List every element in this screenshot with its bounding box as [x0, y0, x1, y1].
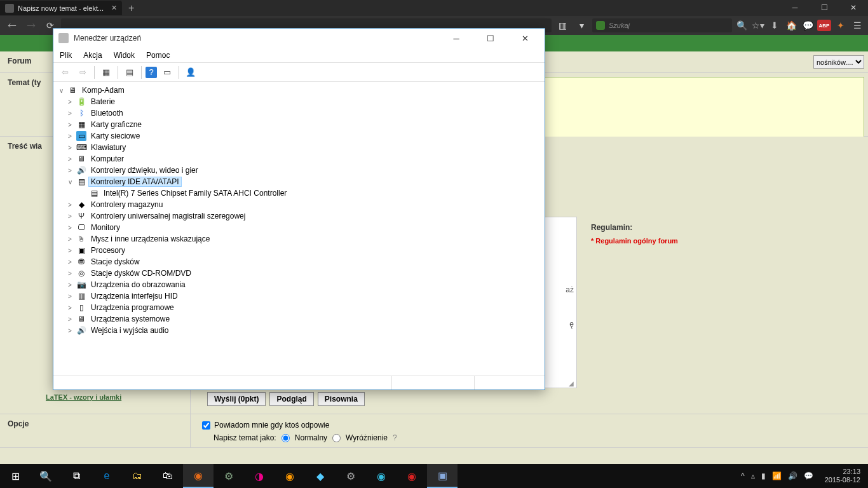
- latex-link[interactable]: LaTEX - wzory i ułamki: [8, 393, 182, 401]
- task-app1[interactable]: ◑: [244, 464, 275, 488]
- tb-view-icon[interactable]: ▦: [98, 65, 114, 80]
- chevron-icon[interactable]: >: [66, 270, 74, 277]
- devmgr-minimize[interactable]: ─: [442, 29, 471, 47]
- tray-wifi-icon[interactable]: 📶: [772, 471, 782, 480]
- addon-icon[interactable]: ✦: [834, 18, 848, 32]
- chevron-icon[interactable]: >: [66, 304, 74, 311]
- task-edge[interactable]: e: [92, 464, 122, 488]
- win-minimize[interactable]: ─: [780, 0, 810, 15]
- search-bar[interactable]: Szukaj: [592, 18, 732, 32]
- tree-item[interactable]: Komputer: [89, 154, 126, 163]
- tree-item[interactable]: Karty graficzne: [89, 120, 144, 129]
- task-store[interactable]: 🛍: [153, 464, 183, 488]
- dropdown-icon[interactable]: ▾: [573, 18, 590, 32]
- tree-item[interactable]: Kontrolery IDE ATA/ATAPI: [89, 177, 181, 186]
- tree-item[interactable]: Wejścia i wyjścia audio: [89, 326, 171, 335]
- chevron-down-icon[interactable]: ∨: [57, 87, 65, 94]
- task-view[interactable]: ⧉: [61, 464, 92, 488]
- tree-item[interactable]: Klawiatury: [89, 143, 128, 152]
- chevron-icon[interactable]: >: [66, 281, 74, 288]
- tree-item[interactable]: Urządzenia do obrazowania: [89, 280, 187, 289]
- preview-button[interactable]: Podgląd: [269, 392, 313, 406]
- tray-network-icon[interactable]: ▵: [751, 471, 755, 480]
- chevron-icon[interactable]: >: [66, 236, 74, 243]
- tree-item[interactable]: Kontrolery dźwięku, wideo i gier: [89, 166, 200, 175]
- tree-child-item[interactable]: Intel(R) 7 Series Chipset Family SATA AH…: [102, 189, 288, 198]
- task-devmgr[interactable]: ▣: [427, 464, 458, 488]
- tb-properties-icon[interactable]: ▤: [122, 65, 137, 80]
- regulamin-link[interactable]: * Regulamin ogólny forum: [591, 237, 858, 245]
- chevron-icon[interactable]: >: [66, 121, 74, 128]
- chevron-icon[interactable]: >: [66, 167, 74, 174]
- task-search[interactable]: 🔍: [31, 464, 61, 488]
- reader-icon[interactable]: ▥: [554, 18, 571, 32]
- menu-view[interactable]: Widok: [114, 51, 135, 60]
- chevron-icon[interactable]: ∨: [66, 179, 74, 186]
- tb-back[interactable]: ⇦: [57, 65, 72, 80]
- start-button[interactable]: ⊞: [0, 464, 31, 488]
- downloads-icon[interactable]: ⬇: [768, 18, 782, 32]
- menu-icon[interactable]: ☰: [850, 18, 864, 32]
- task-app6[interactable]: ◉: [397, 464, 427, 488]
- win-maximize[interactable]: ☐: [810, 0, 839, 15]
- tree-root[interactable]: Komp-Adam: [80, 86, 126, 95]
- radio-highlight[interactable]: [332, 434, 341, 442]
- tray-action-icon[interactable]: 💬: [804, 471, 813, 480]
- new-tab-button[interactable]: +: [122, 3, 140, 14]
- tree-item[interactable]: Procesory: [89, 246, 127, 255]
- chevron-icon[interactable]: >: [66, 201, 74, 208]
- menu-file[interactable]: Plik: [60, 51, 72, 60]
- nav-forward[interactable]: 🡒: [23, 18, 39, 32]
- tree-item[interactable]: Urządzenia interfejsu HID: [89, 292, 180, 301]
- tree-item[interactable]: Stacje dysków: [89, 257, 142, 266]
- chevron-icon[interactable]: >: [66, 133, 74, 140]
- tray-volume-icon[interactable]: 🔊: [788, 471, 797, 480]
- chevron-icon[interactable]: >: [66, 213, 74, 220]
- tree-item[interactable]: Kontrolery magazynu: [89, 200, 165, 209]
- chevron-icon[interactable]: >: [66, 110, 74, 117]
- task-firefox[interactable]: ◉: [183, 464, 214, 488]
- tb-refresh-icon[interactable]: 👤: [183, 65, 198, 80]
- devmgr-titlebar[interactable]: Menedżer urządzeń ─ ☐ ✕: [53, 29, 545, 48]
- forum-category-select[interactable]: nośników....: [813, 55, 864, 69]
- chat-icon[interactable]: 💬: [801, 18, 815, 32]
- tree-item[interactable]: Bluetooth: [89, 109, 125, 118]
- task-app2[interactable]: ◉: [275, 464, 305, 488]
- tree-item[interactable]: Kontrolery uniwersalnej magistrali szere…: [89, 212, 247, 220]
- chevron-icon[interactable]: >: [66, 224, 74, 231]
- tab-close-icon[interactable]: ✕: [111, 4, 117, 12]
- chevron-icon[interactable]: >: [66, 259, 74, 266]
- chevron-icon[interactable]: >: [66, 144, 74, 151]
- tb-scan-icon[interactable]: ▭: [159, 65, 175, 80]
- menu-help[interactable]: Pomoc: [146, 51, 170, 60]
- send-button[interactable]: Wyślij (0pkt): [207, 392, 266, 406]
- tree-item[interactable]: Urządzenia systemowe: [89, 315, 172, 323]
- task-app3[interactable]: ◆: [305, 464, 336, 488]
- task-explorer[interactable]: 🗂: [122, 464, 153, 488]
- resize-handle-icon[interactable]: ◢: [569, 380, 575, 386]
- tree-item[interactable]: Urządzenia programowe: [89, 303, 176, 312]
- tb-forward[interactable]: ⇨: [75, 65, 90, 80]
- spell-button[interactable]: Pisownia: [318, 392, 365, 406]
- chevron-icon[interactable]: >: [66, 98, 74, 105]
- devmgr-maximize[interactable]: ☐: [476, 29, 505, 47]
- home-icon[interactable]: 🏠: [784, 18, 798, 32]
- abp-icon[interactable]: ABP: [817, 20, 831, 31]
- chevron-icon[interactable]: >: [66, 293, 74, 300]
- tree-item[interactable]: Baterie: [89, 97, 117, 106]
- tree-item[interactable]: Mysz i inne urządzenia wskazujące: [89, 234, 212, 243]
- tree-item[interactable]: Karty sieciowe: [89, 132, 142, 140]
- devmgr-close[interactable]: ✕: [510, 29, 539, 47]
- device-tree[interactable]: ∨ 🖥 Komp-Adam> 🔋 Baterie> ᛒ Bluetooth> ▦…: [53, 82, 545, 376]
- tray-chevron[interactable]: ^: [741, 471, 745, 480]
- win-close[interactable]: ✕: [839, 0, 868, 15]
- chevron-icon[interactable]: >: [66, 327, 74, 334]
- chevron-icon[interactable]: >: [66, 247, 74, 254]
- menu-action[interactable]: Akcja: [83, 51, 102, 60]
- chevron-icon[interactable]: >: [66, 156, 74, 163]
- task-app4[interactable]: ⚙: [336, 464, 366, 488]
- bookmark-icon[interactable]: ☆▾: [751, 18, 765, 32]
- tree-item[interactable]: Monitory: [89, 223, 122, 232]
- tb-help-icon[interactable]: ?: [146, 67, 157, 78]
- tree-item[interactable]: Stacje dysków CD-ROM/DVD: [89, 269, 193, 278]
